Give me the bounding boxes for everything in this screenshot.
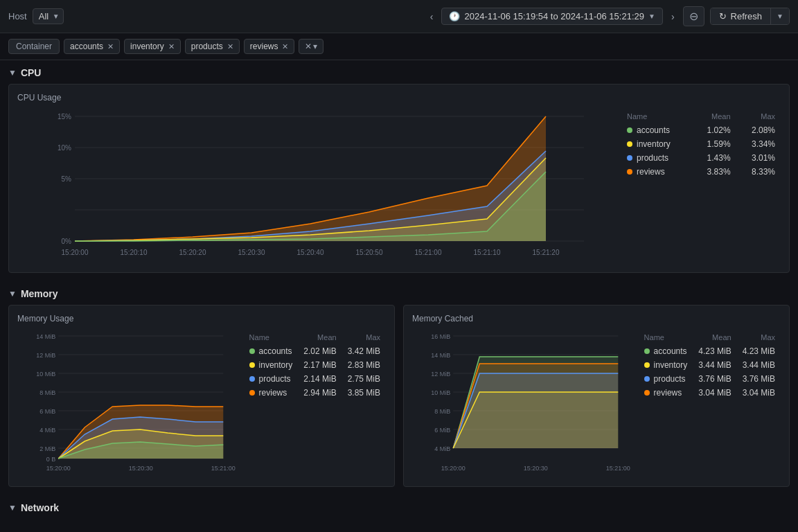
- table-row: accounts 4.23 MiB 4.23 MiB: [639, 344, 781, 358]
- remove-reviews-icon[interactable]: ✕: [282, 42, 288, 51]
- svg-text:16 MiB: 16 MiB: [431, 333, 450, 340]
- host-section: Host All ▼: [8, 8, 64, 24]
- svg-text:15:20:10: 15:20:10: [121, 249, 148, 256]
- memory-cached-svg: 16 MiB 14 MiB 12 MiB 10 MiB 8 MiB 6 MiB …: [412, 330, 630, 476]
- svg-text:15:21:10: 15:21:10: [474, 249, 501, 256]
- products-color-dot: [627, 155, 632, 161]
- memory-cached-legend: Name Mean Max accounts 4.23 MiB 4.23 MiB: [639, 330, 781, 478]
- time-range-display[interactable]: 🕐 2024-11-06 15:19:54 to 2024-11-06 15:2…: [441, 8, 662, 25]
- table-row: reviews 3.83% 8.33%: [621, 165, 781, 179]
- svg-text:6 MiB: 6 MiB: [434, 427, 450, 434]
- time-range-text: 2024-11-06 15:19:54 to 2024-11-06 15:21:…: [464, 11, 644, 21]
- cpu-legend-max-header: Max: [736, 109, 781, 123]
- svg-text:15%: 15%: [57, 113, 71, 121]
- network-section-title: Network: [21, 502, 59, 513]
- cpu-section-title: CPU: [21, 67, 42, 78]
- tag-accounts-text: accounts: [70, 42, 103, 51]
- svg-text:4 MiB: 4 MiB: [39, 427, 55, 434]
- table-row: reviews 3.04 MiB 3.04 MiB: [639, 386, 781, 400]
- svg-text:15:21:00: 15:21:00: [211, 465, 236, 472]
- filter-tag-inventory[interactable]: inventory ✕: [124, 39, 181, 54]
- memory-section: ▼ Memory Memory Usage: [0, 281, 798, 495]
- svg-text:15:21:20: 15:21:20: [533, 249, 560, 256]
- memory-usage-legend: Name Mean Max accounts 2.02 MiB 3.42 MiB: [244, 330, 386, 478]
- remove-inventory-icon[interactable]: ✕: [168, 42, 175, 51]
- svg-text:15:20:50: 15:20:50: [356, 249, 383, 256]
- filter-close-icon: ✕: [305, 42, 312, 51]
- container-filter-label: Container: [8, 39, 60, 54]
- memory-cached-title: Memory Cached: [412, 314, 781, 323]
- memory-cached-inner: 16 MiB 14 MiB 12 MiB 10 MiB 8 MiB 6 MiB …: [412, 330, 781, 478]
- svg-text:15:20:00: 15:20:00: [46, 465, 71, 472]
- memory-section-header[interactable]: ▼ Memory: [8, 281, 790, 305]
- time-range-dropdown-icon: ▼: [648, 12, 655, 20]
- svg-text:10 MiB: 10 MiB: [36, 371, 55, 378]
- memory-chevron-icon: ▼: [8, 289, 17, 299]
- svg-text:8 MiB: 8 MiB: [434, 408, 450, 415]
- host-select[interactable]: All: [33, 8, 64, 24]
- svg-text:15:20:30: 15:20:30: [238, 249, 265, 256]
- svg-text:2 MiB: 2 MiB: [39, 445, 55, 452]
- refresh-label: Refresh: [731, 11, 763, 21]
- cpu-legend: Name Mean Max accounts 1.02% 2.08% inven…: [621, 109, 781, 264]
- memory-cached-svg-wrapper: 16 MiB 14 MiB 12 MiB 10 MiB 8 MiB 6 MiB …: [412, 330, 630, 478]
- filter-tag-reviews[interactable]: reviews ✕: [244, 39, 295, 54]
- filter-tag-products[interactable]: products ✕: [185, 39, 240, 54]
- svg-text:15:20:00: 15:20:00: [441, 465, 466, 472]
- svg-text:0%: 0%: [62, 238, 72, 245]
- memory-usage-title: Memory Usage: [17, 314, 386, 323]
- tag-products-text: products: [191, 42, 223, 51]
- svg-text:15:20:20: 15:20:20: [179, 249, 206, 256]
- table-row: accounts 2.02 MiB 3.42 MiB: [244, 344, 386, 358]
- table-row: products 2.14 MiB 2.75 MiB: [244, 372, 386, 386]
- cpu-section-header[interactable]: ▼ CPU: [8, 60, 790, 84]
- refresh-button[interactable]: ↻ Refresh: [711, 8, 772, 24]
- svg-text:15:21:00: 15:21:00: [415, 249, 442, 256]
- filter-dropdown-icon: ▾: [313, 42, 317, 51]
- memory-usage-inner: 14 MiB 12 MiB 10 MiB 8 MiB 6 MiB 4 MiB 2…: [17, 330, 386, 478]
- reviews-color-dot: [627, 169, 632, 175]
- svg-text:5%: 5%: [62, 175, 72, 183]
- network-chevron-icon: ▼: [8, 503, 17, 513]
- remove-products-icon[interactable]: ✕: [227, 42, 233, 51]
- svg-text:12 MiB: 12 MiB: [431, 371, 450, 378]
- refresh-icon: ↻: [719, 11, 727, 21]
- svg-text:10 MiB: 10 MiB: [431, 389, 450, 396]
- svg-text:8 MiB: 8 MiB: [39, 389, 55, 396]
- svg-text:15:20:40: 15:20:40: [297, 249, 324, 256]
- time-next-button[interactable]: ›: [668, 11, 677, 22]
- top-bar: Host All ▼ ‹ 🕐 2024-11-06 15:19:54 to 20…: [0, 0, 798, 33]
- table-row: inventory 1.59% 3.34%: [621, 137, 781, 151]
- cpu-chevron-icon: ▼: [8, 68, 17, 78]
- memory-section-title: Memory: [21, 288, 58, 299]
- time-prev-button[interactable]: ‹: [427, 11, 436, 22]
- memory-cached-chart: Memory Cached 16 MiB 14 MiB: [403, 305, 790, 487]
- cpu-chart-container: CPU Usage 15% 10% 5% 0% 15:20:00: [8, 84, 790, 273]
- table-row: inventory 3.44 MiB 3.44 MiB: [639, 358, 781, 372]
- cpu-legend-mean-header: Mean: [691, 109, 736, 123]
- refresh-dropdown-button[interactable]: ▼: [771, 8, 789, 24]
- cpu-chart-area: 15% 10% 5% 0% 15:20:00 15:20:10 15:20:20…: [17, 109, 781, 264]
- table-row: products 3.76 MiB 3.76 MiB: [639, 372, 781, 386]
- svg-text:15:20:00: 15:20:00: [62, 249, 89, 256]
- memory-charts-row: Memory Usage 14 MiB: [8, 305, 790, 487]
- svg-text:15:20:30: 15:20:30: [524, 465, 548, 472]
- host-dropdown-wrapper[interactable]: All ▼: [33, 8, 64, 24]
- svg-text:14 MiB: 14 MiB: [431, 352, 450, 359]
- filter-tag-accounts[interactable]: accounts ✕: [64, 39, 120, 54]
- svg-text:14 MiB: 14 MiB: [36, 333, 55, 340]
- svg-text:12 MiB: 12 MiB: [36, 352, 55, 359]
- filter-bar: Container accounts ✕ inventory ✕ product…: [0, 33, 798, 60]
- remove-accounts-icon[interactable]: ✕: [107, 42, 114, 51]
- filter-more-button[interactable]: ✕ ▾: [299, 39, 323, 54]
- zoom-out-button[interactable]: ⊖: [683, 6, 704, 26]
- memory-usage-svg: 14 MiB 12 MiB 10 MiB 8 MiB 6 MiB 4 MiB 2…: [17, 330, 236, 476]
- refresh-group: ↻ Refresh ▼: [710, 8, 790, 25]
- cpu-chart-svg: 15% 10% 5% 0% 15:20:00 15:20:10 15:20:20…: [17, 109, 610, 262]
- network-section-header[interactable]: ▼ Network: [8, 495, 790, 519]
- cpu-legend-table: Name Mean Max accounts 1.02% 2.08% inven…: [621, 109, 781, 179]
- svg-text:6 MiB: 6 MiB: [39, 408, 55, 415]
- accounts-color-dot: [627, 127, 632, 133]
- svg-text:15:20:30: 15:20:30: [129, 465, 153, 472]
- table-row: inventory 2.17 MiB 2.83 MiB: [244, 358, 386, 372]
